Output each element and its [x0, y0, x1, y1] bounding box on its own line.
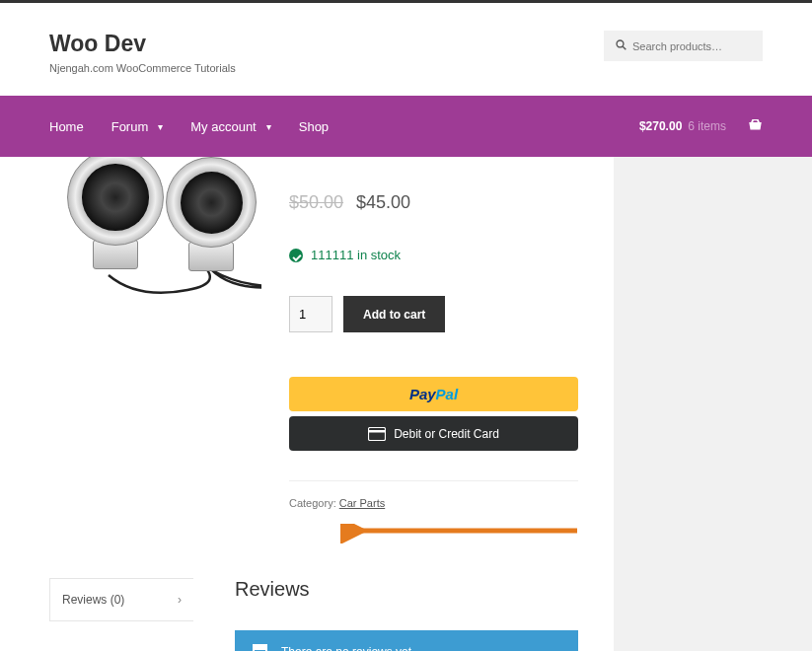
paypal-logo-pay: Pay	[409, 386, 436, 402]
svg-rect-3	[368, 430, 386, 433]
cart-total: $270.00	[639, 119, 682, 133]
credit-card-icon	[368, 427, 386, 441]
product-tabs: Reviews (0) › Reviews There are no revie…	[49, 578, 578, 651]
sidebar	[614, 157, 812, 651]
site-title[interactable]: Woo Dev	[49, 31, 236, 57]
site-tagline: Njengah.com WooCommerce Tutorials	[49, 62, 236, 74]
nav-item-shop[interactable]: Shop	[299, 119, 342, 134]
category-link[interactable]: Car Parts	[339, 497, 385, 509]
product-row: $50.00 $45.00 111111 in stock Add to car…	[49, 157, 578, 509]
stock-status: 111111 in stock	[289, 248, 578, 262]
search-input[interactable]	[632, 40, 751, 52]
cart-item-count: 6 items	[688, 119, 726, 133]
product-summary: $50.00 $45.00 111111 in stock Add to car…	[289, 157, 578, 509]
price-row: $50.00 $45.00	[289, 192, 578, 213]
chevron-down-icon: ▾	[266, 121, 271, 132]
old-price: $50.00	[289, 192, 343, 212]
site-branding: Woo Dev Njengah.com WooCommerce Tutorial…	[49, 31, 236, 74]
primary-nav: Home Forum▾ My account▾ Shop $270.00 6 i…	[0, 96, 812, 157]
reviews-heading: Reviews	[235, 578, 578, 601]
nav-item-home[interactable]: Home	[49, 119, 98, 134]
debit-credit-button[interactable]: Debit or Credit Card	[289, 416, 578, 451]
svg-rect-2	[369, 427, 386, 440]
basket-icon	[748, 117, 763, 135]
tab-label: Reviews (0)	[62, 593, 124, 607]
site-header: Woo Dev Njengah.com WooCommerce Tutorial…	[0, 3, 812, 96]
divider	[289, 480, 578, 481]
no-reviews-text: There are no reviews yet.	[281, 645, 414, 652]
nav-label: Shop	[299, 119, 329, 134]
sale-price: $45.00	[356, 192, 410, 212]
no-reviews-notice: There are no reviews yet.	[235, 630, 578, 651]
product-meta: Category: Car Parts	[289, 497, 578, 509]
search-icon	[616, 39, 627, 52]
paypal-logo-pal: Pal	[436, 386, 459, 402]
svg-line-1	[623, 46, 626, 49]
tab-panel-reviews: Reviews There are no reviews yet.	[193, 578, 578, 651]
checkmark-circle-icon	[289, 249, 303, 262]
paypal-button[interactable]: PayPal	[289, 377, 578, 411]
product-image[interactable]	[49, 157, 261, 509]
product-image-box	[49, 157, 261, 315]
add-to-cart-button[interactable]: Add to cart	[343, 296, 445, 332]
quantity-stepper[interactable]	[289, 296, 332, 332]
nav-item-forum[interactable]: Forum▾	[111, 119, 178, 134]
svg-point-0	[617, 40, 624, 47]
window-icon	[253, 644, 267, 651]
category-prefix: Category:	[289, 497, 339, 509]
main-content: $50.00 $45.00 111111 in stock Add to car…	[0, 157, 614, 651]
chevron-right-icon: ›	[178, 593, 182, 607]
stock-text: 111111 in stock	[311, 248, 401, 262]
tabs-list: Reviews (0) ›	[49, 578, 193, 651]
nav-label: Home	[49, 119, 84, 134]
debit-credit-label: Debit or Credit Card	[394, 427, 499, 441]
chevron-down-icon: ▾	[158, 121, 163, 132]
add-to-cart-form: Add to cart	[289, 296, 578, 332]
nav-menu: Home Forum▾ My account▾ Shop	[49, 119, 356, 134]
cart-summary[interactable]: $270.00 6 items	[639, 117, 763, 135]
tab-reviews[interactable]: Reviews (0) ›	[49, 578, 193, 621]
site-search[interactable]	[604, 31, 763, 61]
nav-label: My account	[190, 119, 256, 134]
nav-label: Forum	[111, 119, 149, 134]
nav-item-my-account[interactable]: My account▾	[190, 119, 284, 134]
